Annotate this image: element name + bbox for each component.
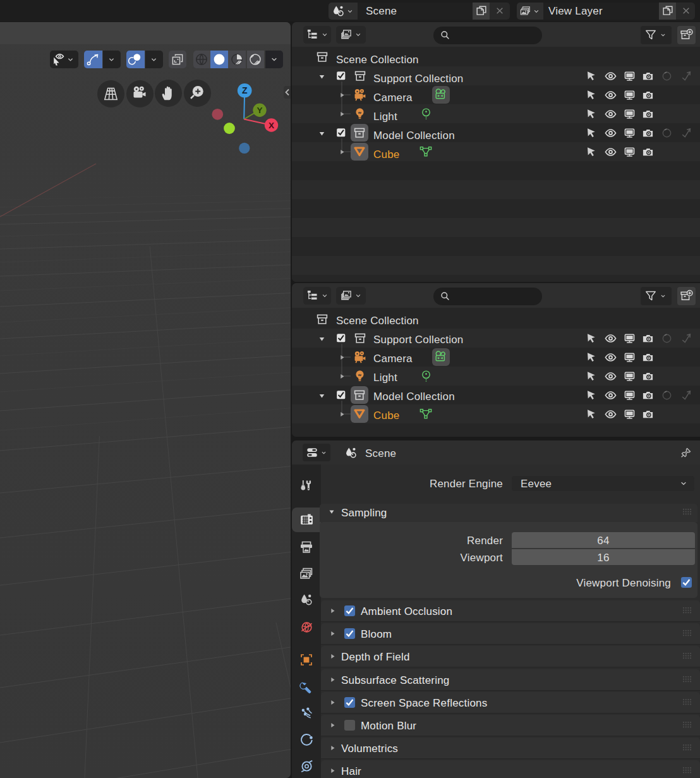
svg-text:X: X — [269, 121, 274, 130]
svg-text:Z: Z — [242, 85, 248, 95]
svg-text:Y: Y — [256, 106, 262, 115]
